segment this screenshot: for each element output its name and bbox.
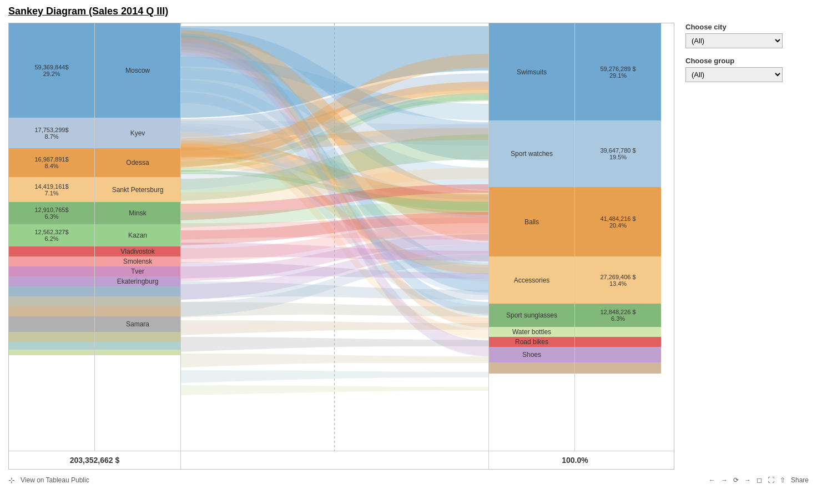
amount-block	[575, 327, 661, 337]
amount-block: 39,647,780 $19.5%	[575, 120, 661, 187]
category-block: Swimsuits	[489, 23, 574, 120]
refresh-icon[interactable]: ⟳	[733, 476, 739, 484]
amount-column: 59,276,289 $29.1%39,647,780 $19.5%41,484…	[575, 23, 661, 451]
category-block: Shoes	[489, 347, 574, 362]
category-block: Sport sunglasses	[489, 304, 574, 327]
sankey-flow	[181, 23, 489, 451]
city-block: Tver	[95, 266, 180, 276]
total-right: 100.0%	[489, 451, 661, 469]
total-left: 203,352,662 $	[9, 451, 181, 469]
forward-icon[interactable]: →	[721, 476, 728, 484]
window-icon[interactable]: ◻	[757, 476, 762, 484]
export-icon[interactable]: →	[744, 476, 751, 484]
page-title: Sankey Diagram (Sales 2014 Q III)	[8, 6, 809, 17]
value-block	[9, 306, 94, 316]
city-block	[95, 296, 180, 306]
share-icon[interactable]: ⇧	[780, 476, 785, 484]
category-column: SwimsuitsSport watchesBallsAccessoriesSp…	[489, 23, 575, 451]
amount-block: 27,269,406 $13.4%	[575, 256, 661, 304]
tableau-link[interactable]: View on Tableau Public	[21, 476, 89, 484]
category-block	[489, 362, 574, 374]
city-label: Choose city	[685, 23, 788, 31]
city-block: Ekateringburg	[95, 276, 180, 286]
category-block: Balls	[489, 187, 574, 256]
amount-block	[575, 347, 661, 362]
value-block	[9, 296, 94, 306]
city-control-group: Choose city (All)MoscowKyevOdessaSankt P…	[685, 23, 788, 48]
value-block: 14,419,161$7.1%	[9, 177, 94, 202]
value-block	[9, 342, 94, 350]
value-block	[9, 256, 94, 266]
city-block	[95, 332, 180, 342]
value-block	[9, 350, 94, 355]
category-block: Water bottles	[489, 327, 574, 337]
value-column: 59,369,844$29.2%17,753,299$8.7%16,987,89…	[9, 23, 95, 451]
group-control-group: Choose group (All)SwimsuitsSport watches…	[685, 57, 788, 82]
category-block: Accessories	[489, 256, 574, 304]
value-block	[9, 276, 94, 286]
group-select[interactable]: (All)SwimsuitsSport watchesBallsAccessor…	[685, 67, 783, 82]
city-block: Kyev	[95, 118, 180, 148]
amount-block: 59,276,289 $29.1%	[575, 23, 661, 120]
value-block: 59,369,844$29.2%	[9, 23, 94, 118]
city-block: Vladivostok	[95, 246, 180, 256]
city-block: Kazan	[95, 224, 180, 246]
city-block	[95, 286, 180, 296]
amount-block: 12,848,226 $6.3%	[575, 304, 661, 327]
amount-block	[575, 337, 661, 347]
city-block: Samara	[95, 316, 180, 332]
amount-block	[575, 362, 661, 374]
value-block	[9, 286, 94, 296]
value-block: 16,987,891$8.4%	[9, 148, 94, 177]
value-block: 12,562,327$6.2%	[9, 224, 94, 246]
navigation-icon: ⊹	[8, 476, 15, 485]
city-block	[95, 350, 180, 355]
value-block	[9, 266, 94, 276]
city-block	[95, 342, 180, 350]
category-block: Road bikes	[489, 337, 574, 347]
back-icon[interactable]: ←	[709, 476, 715, 484]
city-block	[95, 306, 180, 316]
value-block	[9, 316, 94, 332]
category-block: Sport watches	[489, 120, 574, 187]
value-block	[9, 332, 94, 342]
city-block: Odessa	[95, 148, 180, 177]
city-block: Minsk	[95, 202, 180, 224]
city-block: Moscow	[95, 23, 180, 118]
group-label: Choose group	[685, 57, 788, 65]
amount-block: 41,484,216 $20.4%	[575, 187, 661, 256]
fullscreen-icon[interactable]: ⛶	[768, 476, 774, 484]
value-block	[9, 246, 94, 256]
toolbar-icons: ← → ⟳ → ◻ ⛶ ⇧ Share	[709, 476, 809, 484]
city-block: Smolensk	[95, 256, 180, 266]
value-block: 17,753,299$8.7%	[9, 118, 94, 148]
share-label: Share	[791, 476, 809, 484]
city-select[interactable]: (All)MoscowKyevOdessaSankt PetersburgMin…	[685, 33, 783, 48]
city-block: Sankt Petersburg	[95, 177, 180, 202]
city-column: MoscowKyevOdessaSankt PetersburgMinskKaz…	[95, 23, 181, 451]
value-block: 12,910,765$6.3%	[9, 202, 94, 224]
